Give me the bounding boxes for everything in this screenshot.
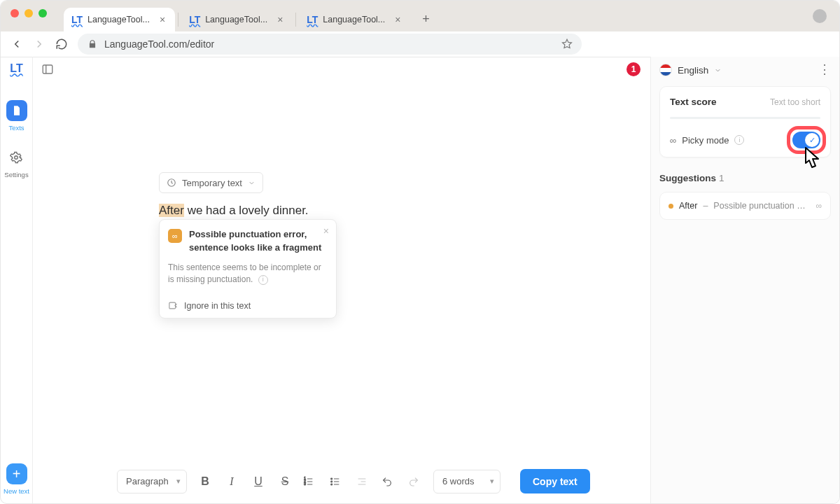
flag-us-icon [659, 64, 672, 76]
new-text-label: New text [4, 487, 29, 495]
highlighted-error-text[interactable]: After [159, 204, 184, 217]
app-logo: LT [10, 62, 22, 75]
close-tab-icon[interactable]: × [160, 14, 165, 25]
editor-area: 1 Temporary text After we had a lovely d… [33, 57, 650, 503]
document-title-chip[interactable]: Temporary text [159, 172, 263, 193]
ordered-list-button[interactable]: 123 [303, 476, 317, 487]
editor-plain-text: we had a lovely dinner. [184, 204, 309, 217]
score-progress-bar [670, 117, 820, 119]
error-count-badge[interactable]: 1 [626, 62, 640, 76]
maximize-window-icon[interactable] [38, 9, 47, 18]
picky-suggestion-icon: ∞ [816, 201, 822, 211]
chevron-down-icon: ▾ [176, 477, 181, 486]
suggestions-count: 1 [719, 173, 724, 183]
browser-tab-1[interactable]: LT LanguageTool... × [64, 8, 175, 31]
format-group: B I U S [198, 475, 292, 488]
suggestions-heading: Suggestions1 [659, 173, 831, 183]
suggestion-word: After [679, 201, 697, 211]
browser-tab-3[interactable]: LT LanguageTool... × [299, 8, 410, 31]
toggle-knob-icon: ✓ [805, 133, 819, 147]
word-count-label: 6 words [442, 476, 475, 486]
chevron-down-icon: ▾ [490, 477, 494, 486]
svg-point-8 [331, 481, 332, 482]
tab-favicon: LT [190, 15, 200, 24]
clock-icon [167, 178, 176, 188]
bookmark-star-icon[interactable] [561, 38, 573, 50]
list-group: 123 [303, 476, 370, 487]
picky-mode-icon: ∞ [670, 135, 676, 146]
language-selector[interactable]: English [659, 64, 722, 76]
texts-nav-button[interactable] [6, 100, 27, 121]
browser-toolbar: LanguageTool.com/editor [1, 31, 839, 57]
gear-icon [10, 151, 22, 164]
settings-nav-button[interactable] [6, 147, 27, 168]
new-tab-button[interactable]: + [416, 9, 435, 29]
text-score-label: Text score [670, 97, 717, 107]
paragraph-style-select[interactable]: Paragraph ▾ [117, 470, 187, 493]
left-rail: LT Texts Settings + New text [1, 57, 33, 503]
info-icon[interactable]: i [734, 135, 744, 145]
italic-button[interactable]: I [225, 475, 239, 488]
indent-button [356, 476, 370, 487]
close-popup-button[interactable]: × [323, 225, 329, 237]
editor-content[interactable]: After we had a lovely dinner. [159, 204, 309, 218]
undo-button[interactable] [382, 476, 396, 487]
suggestion-severity-dot [668, 204, 673, 209]
tab-favicon: LT [307, 15, 317, 24]
ignore-in-text-button[interactable]: Ignore in this text [184, 301, 251, 311]
suggestion-short-desc: Possible punctuation error, sent… [713, 201, 810, 211]
unordered-list-button[interactable] [330, 476, 344, 487]
history-group [382, 476, 422, 487]
word-count-select[interactable]: 6 words ▾ [433, 470, 500, 493]
strikethrough-button[interactable]: S [278, 475, 292, 488]
tab-favicon: LT [72, 15, 82, 24]
settings-nav-label: Settings [4, 171, 28, 178]
suggestion-separator: – [703, 201, 708, 211]
info-icon[interactable]: i [258, 275, 268, 285]
document-icon [11, 105, 22, 116]
underline-button[interactable]: U [251, 475, 265, 488]
more-menu-button[interactable]: ⋮ [818, 67, 831, 72]
close-window-icon[interactable] [10, 9, 19, 18]
svg-point-1 [15, 156, 18, 160]
paragraph-style-label: Paragraph [126, 476, 169, 486]
browser-tabbar: LT LanguageTool... × LT LanguageTool... … [1, 1, 839, 31]
close-tab-icon[interactable]: × [395, 14, 400, 25]
reload-button[interactable] [55, 38, 68, 50]
copy-text-button[interactable]: Copy text [520, 469, 590, 493]
address-bar[interactable]: LanguageTool.com/editor [78, 34, 582, 55]
svg-point-7 [331, 478, 332, 479]
editor-toolbar: Paragraph ▾ B I U S 123 [117, 469, 650, 493]
picky-mode-label: Picky mode [682, 135, 729, 146]
language-label: English [678, 65, 708, 76]
bold-button[interactable]: B [198, 475, 212, 488]
right-sidebar: English ⋮ Text score Text too short ∞ Pi… [650, 57, 839, 503]
suggestion-popup: × ∞ Possible punctuation error, sentence… [159, 219, 337, 318]
tab-title: LanguageTool... [88, 15, 150, 24]
back-button[interactable] [10, 38, 23, 50]
svg-point-9 [331, 484, 332, 485]
cursor-pointer-icon [802, 146, 825, 173]
close-tab-icon[interactable]: × [277, 14, 283, 25]
profile-avatar[interactable] [813, 9, 827, 23]
tab-title: LanguageTool... [205, 15, 267, 24]
forward-button [33, 38, 46, 50]
url-text: LanguageTool.com/editor [104, 38, 214, 50]
browser-tab-2[interactable]: LT LanguageTool... × [181, 8, 293, 31]
texts-nav-label: Texts [8, 124, 24, 132]
suggestion-title: Possible punctuation error, sentence loo… [189, 228, 328, 255]
window-controls [10, 9, 47, 18]
chevron-down-icon [248, 179, 255, 187]
minimize-window-icon[interactable] [24, 9, 33, 18]
chevron-down-icon [714, 66, 722, 74]
lock-icon [88, 39, 97, 49]
suggestion-item[interactable]: After – Possible punctuation error, sent… [659, 192, 831, 220]
tab-title: LanguageTool... [323, 15, 385, 24]
ignore-icon [168, 300, 178, 311]
new-text-button[interactable]: + [6, 463, 27, 484]
document-title-text: Temporary text [182, 178, 242, 188]
suggestion-description: This sentence seems to be incomplete or … [168, 262, 321, 284]
svg-text:3: 3 [304, 482, 306, 486]
suggestion-type-icon: ∞ [168, 229, 182, 243]
redo-button [408, 476, 422, 487]
